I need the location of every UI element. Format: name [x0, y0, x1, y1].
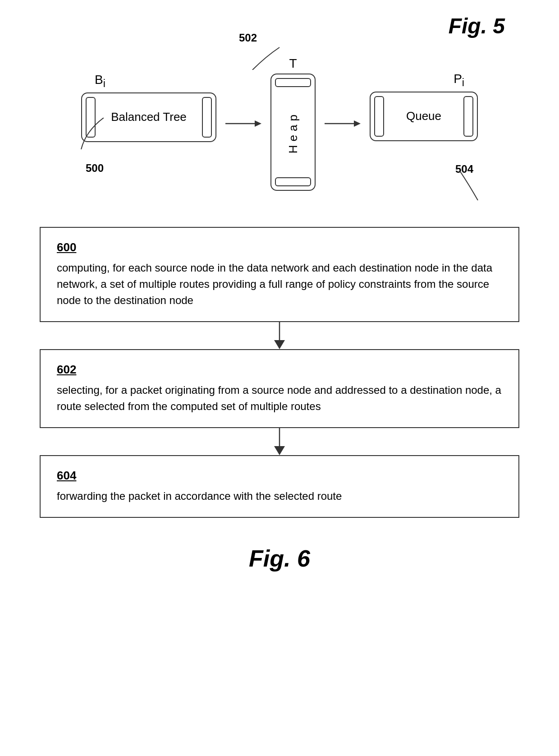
arrow-heap-queue [325, 117, 361, 130]
flow-box-602: 602 selecting, for a packet originating … [40, 349, 519, 428]
flow-number-604: 604 [57, 469, 502, 483]
callout-500-label: 500 [81, 162, 104, 175]
queue-label: Pi [454, 72, 478, 89]
flow-arrow-2 [270, 428, 289, 455]
queue-subscript: i [462, 77, 464, 88]
fig5-diagram: Bi Balanced Tree 500 [27, 47, 532, 209]
heap-text: Heap [286, 111, 300, 153]
btree-subscript: i [103, 78, 105, 89]
balanced-tree-text: Balanced Tree [111, 110, 187, 124]
flow-text-602: selecting, for a packet originating from… [57, 384, 501, 412]
flow-text-600: computing, for each source node in the d… [57, 262, 492, 306]
svg-marker-3 [354, 120, 361, 127]
flow-box-604: 604 forwarding the packet in accordance … [40, 455, 519, 518]
fig5-section: Fig. 5 Bi Balanced Tree 500 [27, 14, 532, 209]
fig5-title: Fig. 5 [27, 14, 532, 38]
queue-text: Queue [406, 109, 441, 123]
btree-label: Bi [81, 73, 105, 90]
callout-502-line [243, 43, 289, 70]
flowchart-section: 600 computing, for each source node in t… [27, 227, 532, 518]
queue-box: Queue [370, 92, 478, 141]
callout-502-label: 502 [239, 32, 257, 44]
heap-group: 502 T Heap [270, 56, 316, 191]
flow-number-600: 600 [57, 240, 502, 254]
arrow-btree-heap [225, 117, 261, 130]
balanced-tree-group: Bi Balanced Tree 500 [81, 73, 216, 175]
heap-box: Heap [270, 74, 316, 191]
flow-arrow-1 [270, 322, 289, 349]
flow-box-600: 600 computing, for each source node in t… [40, 227, 519, 322]
heap-label: T [289, 56, 297, 71]
callout-500-line [77, 118, 113, 154]
svg-marker-1 [255, 120, 261, 127]
fig6-title: Fig. 6 [249, 545, 310, 572]
flow-number-602: 602 [57, 363, 502, 377]
queue-group: Pi Queue 504 [370, 72, 478, 175]
svg-marker-7 [274, 446, 285, 455]
svg-marker-5 [274, 340, 285, 349]
flow-text-604: forwarding the packet in accordance with… [57, 490, 342, 502]
callout-504-line [451, 171, 487, 203]
